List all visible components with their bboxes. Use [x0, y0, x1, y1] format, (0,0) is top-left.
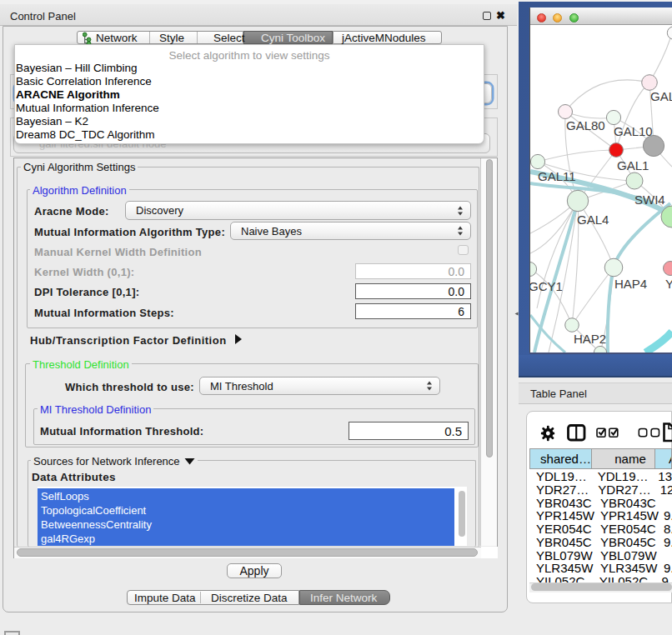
svg-text:SWI4: SWI4 — [634, 192, 665, 207]
svg-text:GCY1: GCY1 — [530, 279, 563, 293]
svg-text:GAL: GAL — [650, 89, 672, 103]
svg-text:HAP2: HAP2 — [574, 332, 606, 346]
svg-text:HAP4: HAP4 — [614, 277, 647, 291]
svg-text:GAL10: GAL10 — [614, 124, 653, 138]
svg-text:GAL80: GAL80 — [566, 118, 605, 132]
svg-text:Y: Y — [665, 277, 672, 291]
svg-text:GAL1: GAL1 — [617, 158, 649, 172]
svg-text:GAL4: GAL4 — [577, 212, 609, 227]
svg-text:GAL11: GAL11 — [538, 169, 576, 183]
